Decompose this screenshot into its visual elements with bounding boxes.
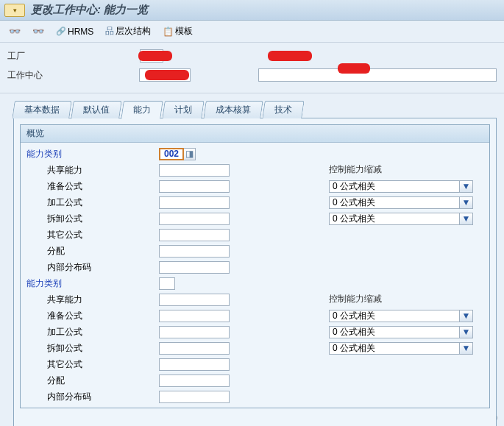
plant-row: 工厂 xyxy=(7,49,497,63)
capacity-category-input-2[interactable] xyxy=(159,277,175,290)
teardown-reduce-dropdown[interactable]: 0 公式相关▼ xyxy=(329,213,473,225)
title-bar: ▾ 更改工作中心: 能力一览 xyxy=(0,0,504,21)
hierarchy-label: 层次结构 xyxy=(116,25,151,38)
dropdown-button[interactable]: ▼ xyxy=(460,180,473,193)
pooled-label: 共享能力 xyxy=(26,164,159,177)
process-input[interactable] xyxy=(159,196,230,209)
int-dist-input-2[interactable] xyxy=(159,391,230,403)
dropdown-button[interactable]: ▼ xyxy=(460,326,473,338)
teardown-label-2: 拆卸公式 xyxy=(26,342,159,355)
capacity-category-label: 能力类别 xyxy=(26,148,159,160)
chevron-down-icon: ▼ xyxy=(462,213,471,224)
process-label-2: 加工公式 xyxy=(26,326,159,338)
int-dist-label-2: 内部分布码 xyxy=(26,391,159,403)
other-input[interactable] xyxy=(159,229,230,241)
process-reduce-dropdown-2[interactable]: 0 公式相关▼ xyxy=(329,326,473,338)
other-input-2[interactable] xyxy=(159,358,230,371)
dropdown-button[interactable]: ▼ xyxy=(460,213,473,225)
dropdown-value: 0 公式相关 xyxy=(329,213,460,225)
hierarchy-icon: 品 xyxy=(105,25,114,38)
setup-input[interactable] xyxy=(159,180,230,193)
setup-reduce-dropdown-2[interactable]: 0 公式相关▼ xyxy=(329,310,473,322)
redacted-mark xyxy=(338,63,370,74)
plant-label: 工厂 xyxy=(7,50,140,63)
tab-schedule[interactable]: 计划 xyxy=(162,101,204,118)
tab-basic[interactable]: 基本数据 xyxy=(12,101,71,118)
capacity-category-input[interactable] xyxy=(159,148,184,160)
hrms-label: HRMS xyxy=(68,26,93,37)
distribution-input[interactable] xyxy=(159,245,230,258)
int-dist-input[interactable] xyxy=(159,261,230,274)
search-help-icon: ◨ xyxy=(185,149,194,159)
glasses-pencil-icon: 👓 xyxy=(32,26,44,37)
overview-body: 能力类别 ◨ 共享能力 控制能力缩减 准备公式 0 公式相关▼ 加工公式 xyxy=(21,143,489,408)
tab-capacity[interactable]: 能力 xyxy=(121,101,163,119)
chevron-down-icon: ▼ xyxy=(462,310,471,321)
pooled-label-2: 共享能力 xyxy=(26,294,159,306)
toolbar: 👓 👓 🔗HRMS 品层次结构 📋模板 xyxy=(0,21,504,43)
dropdown-value: 0 公式相关 xyxy=(329,196,460,209)
teardown-reduce-dropdown-2[interactable]: 0 公式相关▼ xyxy=(329,342,473,355)
other-label: 其它公式 xyxy=(26,229,159,241)
capacity-category-label-2: 能力类别 xyxy=(26,277,159,290)
setup-reduce-dropdown[interactable]: 0 公式相关▼ xyxy=(329,180,473,193)
redacted-mark xyxy=(145,70,189,80)
menu-button[interactable]: ▾ xyxy=(4,4,25,17)
process-label: 加工公式 xyxy=(26,196,159,209)
dropdown-button[interactable]: ▼ xyxy=(460,342,473,355)
control-reduce-label-2: 控制能力缩减 xyxy=(329,291,483,306)
document-icon: 📋 xyxy=(163,26,174,37)
teardown-label: 拆卸公式 xyxy=(26,213,159,225)
tabs: 基本数据 默认值 能力 计划 成本核算 技术 xyxy=(13,101,497,118)
pooled-input[interactable] xyxy=(159,164,230,177)
process-input-2[interactable] xyxy=(159,326,230,338)
link-icon: 🔗 xyxy=(56,26,66,36)
teardown-input[interactable] xyxy=(159,213,230,225)
chevron-down-icon: ▾ xyxy=(13,7,17,14)
setup-label-2: 准备公式 xyxy=(26,310,159,322)
overview-title: 概览 xyxy=(21,125,489,143)
process-reduce-dropdown[interactable]: 0 公式相关▼ xyxy=(329,196,473,209)
distribution-label-2: 分配 xyxy=(26,374,159,387)
tab-defaults[interactable]: 默认值 xyxy=(71,101,121,118)
redacted-mark xyxy=(268,51,312,61)
other-label-2: 其它公式 xyxy=(26,358,159,371)
change-button[interactable]: 👓 xyxy=(29,24,47,38)
display-button[interactable]: 👓 xyxy=(6,24,24,38)
dropdown-value: 0 公式相关 xyxy=(329,326,460,338)
overview-group: 概览 能力类别 ◨ 共享能力 控制能力缩减 准备公式 0 公式相关▼ xyxy=(20,124,490,408)
distribution-input-2[interactable] xyxy=(159,374,230,387)
dropdown-button[interactable]: ▼ xyxy=(460,196,473,209)
chevron-down-icon: ▼ xyxy=(462,343,471,353)
page-title: 更改工作中心: 能力一览 xyxy=(31,3,148,17)
setup-label: 准备公式 xyxy=(26,180,159,193)
value-help-button[interactable]: ◨ xyxy=(184,148,196,160)
glasses-icon: 👓 xyxy=(9,26,21,37)
chevron-down-icon: ▼ xyxy=(462,327,471,337)
control-reduce-label: 控制能力缩减 xyxy=(329,162,483,177)
workcenter-label: 工作中心 xyxy=(7,69,139,82)
template-button[interactable]: 📋模板 xyxy=(160,24,196,39)
pooled-input-2[interactable] xyxy=(159,294,230,306)
header-fields: 工厂 工作中心 xyxy=(0,43,504,93)
hrms-button[interactable]: 🔗HRMS xyxy=(53,25,96,38)
template-label: 模板 xyxy=(175,25,193,38)
workcenter-desc-input[interactable] xyxy=(258,68,497,82)
tab-area: 基本数据 默认值 能力 计划 成本核算 技术 概览 能力类别 ◨ 共享能力 控制… xyxy=(0,93,504,426)
teardown-input-2[interactable] xyxy=(159,342,230,355)
tab-panel: 概览 能力类别 ◨ 共享能力 控制能力缩减 准备公式 0 公式相关▼ xyxy=(13,118,497,426)
dropdown-value: 0 公式相关 xyxy=(329,180,460,193)
distribution-label: 分配 xyxy=(26,245,159,258)
workcenter-row: 工作中心 xyxy=(7,68,497,82)
tab-tech[interactable]: 技术 xyxy=(262,101,304,118)
int-dist-label: 内部分布码 xyxy=(26,261,159,274)
tab-costing[interactable]: 成本核算 xyxy=(203,101,263,118)
chevron-down-icon: ▼ xyxy=(462,197,471,207)
dropdown-value: 0 公式相关 xyxy=(329,310,460,322)
setup-input-2[interactable] xyxy=(159,310,230,322)
dropdown-value: 0 公式相关 xyxy=(329,342,460,355)
dropdown-button[interactable]: ▼ xyxy=(460,310,473,322)
redacted-mark xyxy=(138,51,172,61)
hierarchy-button[interactable]: 品层次结构 xyxy=(102,24,154,39)
chevron-down-icon: ▼ xyxy=(462,181,471,191)
